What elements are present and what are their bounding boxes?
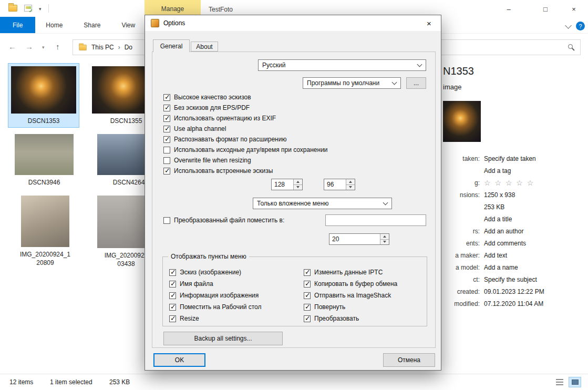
checkbox[interactable]: [163, 157, 170, 164]
menu-item-row[interactable]: Поместить на Рабочий стол: [169, 301, 261, 313]
option-row[interactable]: Распознавать формат по расширению: [163, 134, 328, 145]
option-row[interactable]: Use alpha channel: [163, 124, 328, 134]
ribbon-tab-manage[interactable]: Manage: [145, 0, 201, 16]
cancel-button[interactable]: Отмена: [383, 353, 435, 367]
ok-button[interactable]: OK: [153, 353, 205, 367]
menu-item-row[interactable]: Информация изображения: [169, 290, 261, 301]
help-icon[interactable]: ?: [576, 22, 585, 30]
tab-general[interactable]: General: [153, 39, 190, 52]
option-row[interactable]: Использовать встроенные эскизы: [163, 166, 328, 176]
checkbox[interactable]: [163, 136, 170, 143]
checkbox[interactable]: [304, 315, 311, 322]
checkbox[interactable]: [304, 304, 311, 311]
detail-label: g:: [443, 179, 480, 187]
tab-about[interactable]: About: [191, 42, 218, 52]
detail-row: 253 KB: [443, 201, 588, 213]
detail-value[interactable]: Specify the subject: [484, 276, 537, 283]
checkbox[interactable]: [304, 269, 311, 276]
detail-value[interactable]: Add a title: [484, 215, 512, 223]
spinner-value[interactable]: 20: [329, 234, 380, 244]
checkbox[interactable]: [163, 94, 170, 101]
checkbox[interactable]: [169, 315, 176, 322]
spin-up-button[interactable]: [346, 179, 355, 184]
language-select[interactable]: Русский: [258, 59, 426, 71]
spin-down-button[interactable]: [294, 184, 302, 190]
spin-down-button[interactable]: [380, 239, 389, 245]
detail-value[interactable]: Add a tag: [484, 167, 511, 175]
menu-item-row[interactable]: Преобразовать: [304, 313, 397, 324]
backup-settings-button[interactable]: Backup all settings...: [163, 332, 283, 345]
openwith-select[interactable]: Программы по умолчани: [303, 77, 401, 89]
ribbon-tab-home[interactable]: Home: [35, 17, 73, 33]
option-row[interactable]: Использовать ориентацию из EXIF: [163, 113, 328, 124]
detail-label: nsions:: [443, 191, 480, 199]
option-row[interactable]: Использовать исходные дату/время при сох…: [163, 145, 328, 155]
file-item-dscn1353[interactable]: DSCN1353: [8, 64, 79, 127]
ribbon-tab-share[interactable]: Share: [73, 17, 111, 33]
forward-button[interactable]: →: [25, 42, 33, 51]
option-row[interactable]: Overwrite file when resizing: [163, 155, 328, 166]
checkbox[interactable]: [169, 281, 176, 288]
checkbox[interactable]: [163, 105, 170, 111]
spinner-value[interactable]: 96: [324, 179, 346, 190]
spin-down-button[interactable]: [346, 184, 355, 190]
menu-item-row[interactable]: Отправить на ImageShack: [304, 290, 397, 301]
checkbox[interactable]: [163, 126, 170, 132]
convert-path-input[interactable]: [325, 214, 426, 226]
option-row[interactable]: Высокое качество эскизов: [163, 92, 328, 102]
close-button[interactable]: ×: [565, 3, 582, 15]
menu-item-row[interactable]: Повернуть: [304, 301, 397, 313]
checkbox[interactable]: [169, 269, 176, 276]
spin-up-button[interactable]: [294, 179, 302, 184]
thumbnail-view-icon[interactable]: [569, 377, 581, 387]
checkbox-label: Высокое качество эскизов: [174, 94, 251, 101]
maximize-button[interactable]: □: [537, 3, 554, 15]
app-folder-icon[interactable]: [8, 5, 17, 12]
detail-value[interactable]: Add text: [484, 252, 507, 259]
detail-value[interactable]: Specify date taken: [484, 155, 536, 162]
quick-access-dropdown-icon[interactable]: ▾: [39, 6, 42, 12]
option-row[interactable]: Преобразованный файл поместить в:: [163, 215, 284, 225]
menu-item-row[interactable]: Изменить данные IPTC: [304, 266, 397, 278]
option-row[interactable]: Без эскизов для EPS/PDF: [163, 102, 328, 113]
history-dropdown-icon[interactable]: ▾: [42, 45, 45, 50]
checkbox[interactable]: [169, 292, 176, 299]
checkbox[interactable]: [304, 292, 311, 299]
rating-stars[interactable]: ☆ ☆ ☆ ☆ ☆: [484, 179, 534, 187]
detail-value[interactable]: Add comments: [484, 240, 526, 247]
menu-item-row[interactable]: Эскиз (изображение): [169, 266, 261, 278]
detail-label: a maker:: [443, 252, 480, 259]
ribbon-tab-file[interactable]: File: [0, 17, 35, 33]
thumb-height-spinner[interactable]: 96: [324, 179, 355, 190]
menu-item-row[interactable]: Имя файла: [169, 278, 261, 290]
breadcrumb-item-current[interactable]: Do: [125, 44, 132, 51]
file-item-dscn3946[interactable]: DSCN3946: [12, 131, 77, 189]
checkbox[interactable]: [169, 304, 176, 311]
browse-button[interactable]: ...: [406, 77, 426, 89]
detail-value[interactable]: Add a name: [484, 264, 518, 271]
file-item-img20200924[interactable]: IMG_20200924_120809: [19, 193, 71, 269]
checkbox[interactable]: [304, 281, 311, 288]
checkbox[interactable]: [163, 115, 170, 122]
detail-value[interactable]: Add an author: [484, 228, 523, 235]
breadcrumb-item-root[interactable]: This PC: [91, 44, 114, 51]
convert-path-checkbox[interactable]: [163, 217, 170, 224]
menu-item-row[interactable]: Resize: [169, 313, 261, 324]
checkbox[interactable]: [163, 147, 170, 153]
show-menu-select[interactable]: Только вложенное меню: [253, 198, 392, 209]
menu-item-row[interactable]: Копировать в буфер обмена: [304, 278, 397, 290]
up-button[interactable]: ↑: [56, 42, 60, 51]
thumb-width-spinner[interactable]: 128: [271, 179, 303, 190]
spin-up-button[interactable]: [380, 234, 389, 239]
detail-row: nsions:1250 x 938: [443, 189, 588, 201]
spinner-value[interactable]: 128: [272, 179, 293, 190]
chevron-down-icon: [392, 79, 397, 85]
checkbox[interactable]: [163, 168, 170, 175]
ribbon-tab-view[interactable]: View: [111, 17, 146, 33]
back-button[interactable]: ←: [8, 42, 16, 51]
maxsize-spinner[interactable]: 20: [329, 233, 389, 245]
minimize-button[interactable]: –: [500, 3, 517, 15]
dialog-close-button[interactable]: ×: [417, 15, 441, 31]
details-view-icon[interactable]: [556, 379, 563, 385]
quick-access-picture-icon[interactable]: [24, 5, 32, 12]
